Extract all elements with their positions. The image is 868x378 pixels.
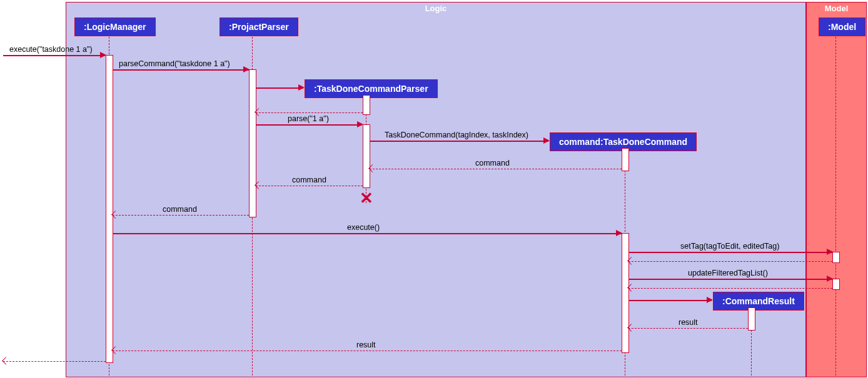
participant-taskdonecommandparser: :TaskDoneCommandParser (305, 79, 438, 98)
label-command2: command (292, 176, 326, 184)
msg-return-command3 (113, 215, 249, 216)
msg-parse (256, 124, 362, 126)
msg-return-result1 (628, 328, 748, 329)
label-command3: command (163, 205, 197, 214)
arrow-parsecommand (243, 66, 250, 72)
label-result1: result (679, 318, 698, 327)
activation-commandresult (748, 307, 755, 331)
msg-return-command1 (370, 169, 622, 169)
activation-tdcp-1 (363, 95, 370, 115)
msg-create-commandresult (628, 300, 712, 301)
region-logic-title: Logic (425, 4, 447, 13)
label-result2: result (356, 341, 376, 349)
msg-updatefilteredtag (628, 279, 832, 280)
msg-parsecommand (113, 69, 249, 71)
label-parse: parse("1 a") (288, 114, 329, 123)
msg-settag (628, 252, 832, 253)
activation-projactparser (249, 69, 256, 217)
msg-create-tdcp (256, 87, 303, 89)
arrow-parse (357, 121, 363, 127)
label-updatefilteredtag: updateFilteredTagList() (688, 269, 768, 277)
region-model: Model (806, 2, 867, 377)
participant-projactparser: :ProjactParser (220, 17, 298, 36)
arrow-create-tdcp (298, 84, 305, 91)
label-taskdonecommand: TaskDoneCommand(tagIndex, taskIndex) (385, 131, 528, 139)
label-execute-entry: execute("taskdone 1 a") (9, 45, 93, 54)
participant-model: :Model (819, 17, 865, 36)
label-command1: command (475, 159, 510, 167)
label-executecall: execute() (347, 223, 380, 232)
activation-tdcp-2 (363, 124, 370, 188)
msg-return-out (3, 361, 106, 362)
activation-model-1 (832, 252, 840, 263)
label-settag: setTag(tagToEdit, editedTag) (680, 242, 779, 251)
msg-executecall (113, 233, 622, 234)
arrow-taskdonecommand (543, 137, 550, 144)
region-model-title: Model (825, 4, 849, 13)
lifeline-model (835, 34, 836, 376)
activation-model-2 (832, 279, 840, 290)
msg-return-updatefilteredtag (628, 288, 832, 289)
msg-return-result2 (113, 351, 622, 351)
activation-logicmanager (106, 55, 113, 363)
arrow-create-commandresult (707, 297, 713, 303)
activation-tdc-2 (622, 233, 629, 353)
msg-execute-entry (3, 55, 105, 56)
participant-logicmanager: :LogicManager (74, 17, 156, 36)
msg-return-create-tdcp (256, 112, 363, 113)
activation-tdc-1 (622, 148, 629, 171)
msg-return-command2 (256, 186, 363, 186)
arrow-execute-entry (100, 52, 106, 58)
msg-taskdonecommand (370, 141, 548, 142)
label-parsecommand: parseCommand("taskdone 1 a") (119, 59, 230, 68)
msg-return-settag (628, 261, 832, 262)
arrow-updatefilteredtag (827, 276, 833, 282)
arrow-executecall (616, 230, 622, 236)
arrow-return-out (2, 357, 10, 365)
sequence-diagram: Logic Model :LogicManager :ProjactParser… (0, 0, 868, 378)
destroy-tdcp: ✕ (360, 192, 372, 205)
participant-commandresult: :CommandResult (713, 292, 804, 311)
arrow-settag (827, 249, 833, 255)
